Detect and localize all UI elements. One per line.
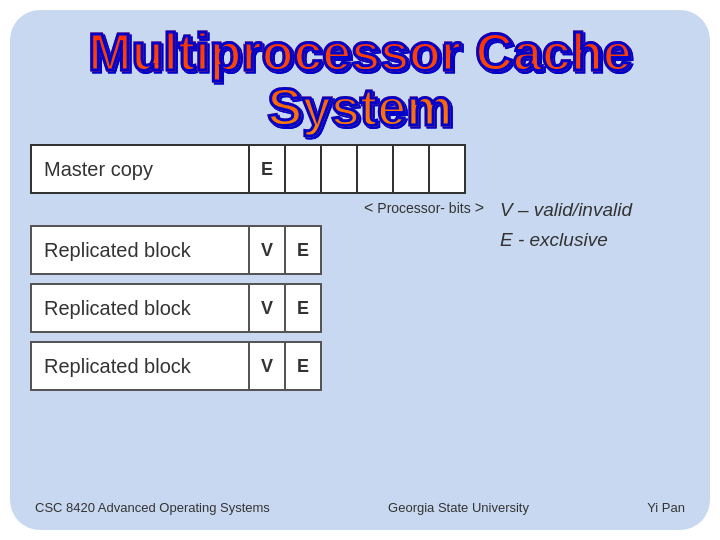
rep-cell-2-v: V <box>248 283 286 333</box>
left-column: Master copy E < Processor- bits > <box>30 144 490 495</box>
master-cell-2 <box>320 144 358 194</box>
rep-label-3: Replicated block <box>30 341 250 391</box>
left-arrow-icon: < <box>364 199 373 217</box>
master-cells: E <box>250 144 490 194</box>
rep-cell-1-e: E <box>284 225 322 275</box>
footer: CSC 8420 Advanced Operating Systems Geor… <box>30 495 690 515</box>
master-row: Master copy E <box>30 144 490 194</box>
footer-right: Yi Pan <box>647 500 685 515</box>
rep-row-3: Replicated block V E <box>30 341 490 391</box>
rep-cell-3-e: E <box>284 341 322 391</box>
rep-cells-3: V E <box>250 341 322 391</box>
master-cell-0: E <box>248 144 286 194</box>
master-cell-1 <box>284 144 322 194</box>
master-cell-5 <box>428 144 466 194</box>
master-cell-4 <box>392 144 430 194</box>
legend-exclusive: E - exclusive <box>500 229 690 251</box>
proc-bits-row: < Processor- bits > <box>30 199 490 217</box>
rep-row-2: Replicated block V E <box>30 283 490 333</box>
content-area: Master copy E < Processor- bits > <box>30 144 690 495</box>
slide: Multiprocessor Cache System Master copy … <box>10 10 710 530</box>
slide-title: Multiprocessor Cache System <box>30 20 690 144</box>
master-label: Master copy <box>30 144 250 194</box>
rep-label-2: Replicated block <box>30 283 250 333</box>
rep-cell-1-v: V <box>248 225 286 275</box>
footer-left: CSC 8420 Advanced Operating Systems <box>35 500 270 515</box>
rep-cell-3-v: V <box>248 341 286 391</box>
footer-center: Georgia State University <box>388 500 529 515</box>
rep-label-1: Replicated block <box>30 225 250 275</box>
rep-cells-2: V E <box>250 283 322 333</box>
rep-row-1: Replicated block V E <box>30 225 490 275</box>
right-arrow-icon: > <box>475 199 484 217</box>
master-cell-3 <box>356 144 394 194</box>
proc-bits-label: Processor- bits <box>377 200 470 216</box>
legend-valid: V – valid/invalid <box>500 199 690 221</box>
rep-cells-1: V E <box>250 225 322 275</box>
rep-cell-2-e: E <box>284 283 322 333</box>
right-column: V – valid/invalid E - exclusive <box>500 144 690 495</box>
